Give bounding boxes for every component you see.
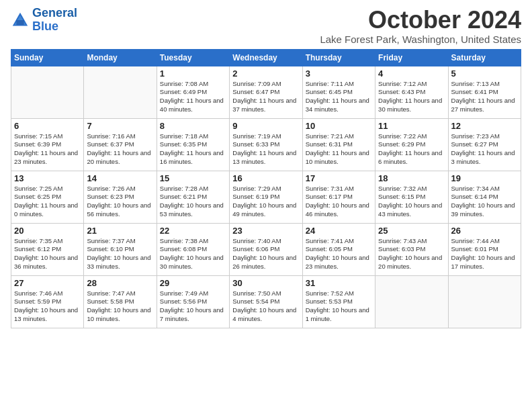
day-number: 24 (306, 226, 372, 236)
day-number: 26 (451, 226, 518, 236)
day-info: Sunrise: 7:19 AM Sunset: 6:33 PM Dayligh… (232, 132, 299, 167)
day-number: 30 (232, 278, 299, 288)
day-number: 15 (160, 173, 226, 183)
logo-icon (11, 11, 30, 30)
logo-general: General (32, 6, 77, 19)
calendar-cell (84, 66, 157, 118)
day-info: Sunrise: 7:50 AM Sunset: 5:54 PM Dayligh… (232, 289, 299, 324)
day-info: Sunrise: 7:46 AM Sunset: 5:59 PM Dayligh… (14, 289, 81, 324)
day-info: Sunrise: 7:26 AM Sunset: 6:23 PM Dayligh… (87, 185, 153, 219)
day-info: Sunrise: 7:35 AM Sunset: 6:12 PM Dayligh… (14, 237, 81, 271)
day-info: Sunrise: 7:41 AM Sunset: 6:05 PM Dayligh… (306, 237, 372, 271)
calendar-cell: 19Sunrise: 7:34 AM Sunset: 6:14 PM Dayli… (448, 171, 521, 223)
day-info: Sunrise: 7:43 AM Sunset: 6:03 PM Dayligh… (378, 237, 445, 271)
day-number: 11 (378, 121, 445, 131)
day-number: 23 (232, 226, 299, 236)
calendar-cell: 21Sunrise: 7:37 AM Sunset: 6:10 PM Dayli… (84, 223, 157, 275)
location-title: Lake Forest Park, Washington, United Sta… (320, 34, 521, 45)
col-header-friday: Friday (375, 49, 448, 66)
logo-blue: Blue (32, 19, 58, 33)
week-row-5: 27Sunrise: 7:46 AM Sunset: 5:59 PM Dayli… (11, 275, 521, 328)
day-number: 22 (160, 226, 226, 236)
week-row-3: 13Sunrise: 7:25 AM Sunset: 6:25 PM Dayli… (11, 171, 521, 223)
day-info: Sunrise: 7:47 AM Sunset: 5:58 PM Dayligh… (87, 289, 153, 324)
day-info: Sunrise: 7:16 AM Sunset: 6:37 PM Dayligh… (87, 132, 153, 167)
day-info: Sunrise: 7:40 AM Sunset: 6:06 PM Dayligh… (232, 237, 299, 271)
calendar-cell: 27Sunrise: 7:46 AM Sunset: 5:59 PM Dayli… (11, 275, 84, 328)
day-info: Sunrise: 7:12 AM Sunset: 6:43 PM Dayligh… (378, 80, 445, 114)
calendar-cell: 16Sunrise: 7:29 AM Sunset: 6:19 PM Dayli… (230, 171, 302, 223)
day-info: Sunrise: 7:34 AM Sunset: 6:14 PM Dayligh… (451, 185, 518, 219)
day-info: Sunrise: 7:25 AM Sunset: 6:25 PM Dayligh… (14, 185, 81, 219)
day-number: 21 (87, 226, 153, 236)
day-info: Sunrise: 7:52 AM Sunset: 5:53 PM Dayligh… (306, 289, 372, 324)
day-number: 1 (160, 68, 226, 79)
calendar-cell: 22Sunrise: 7:38 AM Sunset: 6:08 PM Dayli… (157, 223, 229, 275)
calendar-cell: 4Sunrise: 7:12 AM Sunset: 6:43 PM Daylig… (375, 66, 448, 118)
day-info: Sunrise: 7:08 AM Sunset: 6:49 PM Dayligh… (160, 80, 226, 114)
calendar-cell: 6Sunrise: 7:15 AM Sunset: 6:39 PM Daylig… (11, 118, 84, 171)
day-number: 12 (451, 121, 518, 131)
col-header-sunday: Sunday (11, 49, 84, 66)
col-header-tuesday: Tuesday (157, 49, 229, 66)
calendar-cell: 18Sunrise: 7:32 AM Sunset: 6:15 PM Dayli… (375, 171, 448, 223)
calendar-cell: 26Sunrise: 7:44 AM Sunset: 6:01 PM Dayli… (448, 223, 521, 275)
day-number: 13 (14, 173, 81, 183)
calendar-cell (11, 66, 84, 118)
day-info: Sunrise: 7:09 AM Sunset: 6:47 PM Dayligh… (232, 80, 299, 114)
calendar-cell (448, 275, 521, 328)
calendar-cell: 30Sunrise: 7:50 AM Sunset: 5:54 PM Dayli… (230, 275, 302, 328)
day-number: 3 (306, 68, 372, 79)
day-info: Sunrise: 7:23 AM Sunset: 6:27 PM Dayligh… (451, 132, 518, 167)
calendar-cell: 8Sunrise: 7:18 AM Sunset: 6:35 PM Daylig… (157, 118, 229, 171)
day-number: 8 (160, 121, 226, 131)
calendar-cell: 15Sunrise: 7:28 AM Sunset: 6:21 PM Dayli… (157, 171, 229, 223)
calendar-cell: 20Sunrise: 7:35 AM Sunset: 6:12 PM Dayli… (11, 223, 84, 275)
calendar-cell: 17Sunrise: 7:31 AM Sunset: 6:17 PM Dayli… (302, 171, 375, 223)
calendar-cell: 9Sunrise: 7:19 AM Sunset: 6:33 PM Daylig… (230, 118, 302, 171)
week-row-2: 6Sunrise: 7:15 AM Sunset: 6:39 PM Daylig… (11, 118, 521, 171)
day-info: Sunrise: 7:37 AM Sunset: 6:10 PM Dayligh… (87, 237, 153, 271)
day-number: 28 (87, 278, 153, 288)
day-number: 29 (160, 278, 226, 288)
calendar-cell: 10Sunrise: 7:21 AM Sunset: 6:31 PM Dayli… (302, 118, 375, 171)
calendar-cell: 13Sunrise: 7:25 AM Sunset: 6:25 PM Dayli… (11, 171, 84, 223)
calendar-cell: 28Sunrise: 7:47 AM Sunset: 5:58 PM Dayli… (84, 275, 157, 328)
calendar-cell: 11Sunrise: 7:22 AM Sunset: 6:29 PM Dayli… (375, 118, 448, 171)
day-number: 2 (232, 68, 299, 79)
calendar-cell: 25Sunrise: 7:43 AM Sunset: 6:03 PM Dayli… (375, 223, 448, 275)
calendar-cell: 24Sunrise: 7:41 AM Sunset: 6:05 PM Dayli… (302, 223, 375, 275)
svg-rect-2 (16, 20, 24, 25)
calendar-cell: 14Sunrise: 7:26 AM Sunset: 6:23 PM Dayli… (84, 171, 157, 223)
page: General Blue October 2024 Lake Forest Pa… (0, 0, 532, 335)
calendar-cell: 2Sunrise: 7:09 AM Sunset: 6:47 PM Daylig… (230, 66, 302, 118)
calendar-cell: 3Sunrise: 7:11 AM Sunset: 6:45 PM Daylig… (302, 66, 375, 118)
day-number: 20 (14, 226, 81, 236)
day-number: 19 (451, 173, 518, 183)
day-info: Sunrise: 7:22 AM Sunset: 6:29 PM Dayligh… (378, 132, 445, 167)
col-header-wednesday: Wednesday (230, 49, 302, 66)
month-title: October 2024 (320, 7, 521, 34)
day-info: Sunrise: 7:15 AM Sunset: 6:39 PM Dayligh… (14, 132, 81, 167)
day-info: Sunrise: 7:21 AM Sunset: 6:31 PM Dayligh… (306, 132, 372, 167)
day-number: 18 (378, 173, 445, 183)
day-info: Sunrise: 7:18 AM Sunset: 6:35 PM Dayligh… (160, 132, 226, 167)
calendar-cell: 5Sunrise: 7:13 AM Sunset: 6:41 PM Daylig… (448, 66, 521, 118)
day-number: 25 (378, 226, 445, 236)
day-info: Sunrise: 7:28 AM Sunset: 6:21 PM Dayligh… (160, 185, 226, 219)
day-number: 10 (306, 121, 372, 131)
day-info: Sunrise: 7:49 AM Sunset: 5:56 PM Dayligh… (160, 289, 226, 324)
calendar-cell: 29Sunrise: 7:49 AM Sunset: 5:56 PM Dayli… (157, 275, 229, 328)
calendar-table: SundayMondayTuesdayWednesdayThursdayFrid… (11, 49, 521, 328)
day-number: 7 (87, 121, 153, 131)
day-number: 27 (14, 278, 81, 288)
logo: General Blue (11, 7, 77, 34)
day-info: Sunrise: 7:11 AM Sunset: 6:45 PM Dayligh… (306, 80, 372, 114)
day-number: 17 (306, 173, 372, 183)
day-number: 6 (14, 121, 81, 131)
day-number: 4 (378, 68, 445, 79)
day-info: Sunrise: 7:31 AM Sunset: 6:17 PM Dayligh… (306, 185, 372, 219)
title-block: October 2024 Lake Forest Park, Washingto… (320, 7, 521, 45)
day-info: Sunrise: 7:32 AM Sunset: 6:15 PM Dayligh… (378, 185, 445, 219)
day-info: Sunrise: 7:44 AM Sunset: 6:01 PM Dayligh… (451, 237, 518, 271)
